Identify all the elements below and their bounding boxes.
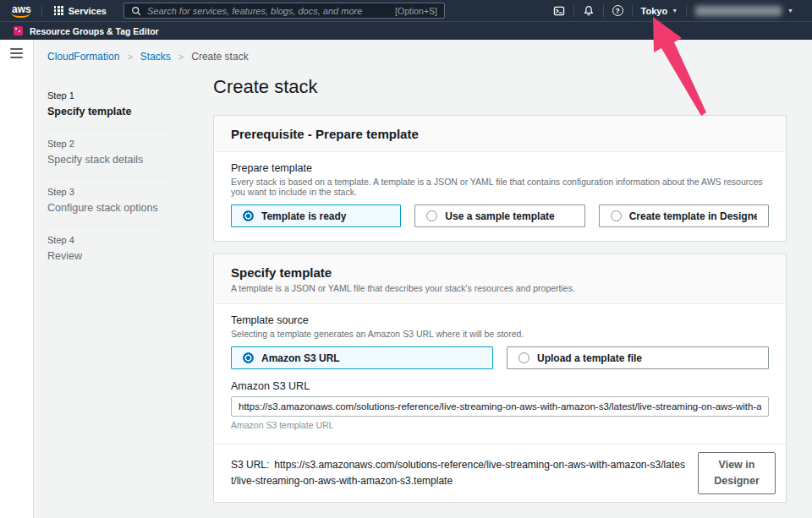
radio-unchecked-icon[interactable]	[518, 352, 529, 363]
specify-template-panel-title: Specify template	[231, 265, 769, 280]
page-title: Create stack	[213, 76, 787, 98]
template-source-label: Template source	[231, 314, 769, 326]
step-3-configure-stack-options: Step 3 Configure stack options	[47, 177, 166, 226]
specify-template-panel-body: Template source Selecting a template gen…	[214, 304, 786, 444]
services-grid-icon	[54, 6, 63, 15]
view-in-designer-button[interactable]: View in Designer	[698, 452, 776, 494]
breadcrumb-stacks[interactable]: Stacks	[140, 51, 171, 63]
radio-unchecked-icon[interactable]	[426, 210, 437, 221]
option-label: Amazon S3 URL	[261, 352, 340, 364]
aws-logo[interactable]: aws	[10, 3, 33, 19]
breadcrumb: CloudFormation > Stacks > Create stack	[47, 51, 787, 63]
s3-url-summary: S3 URL:https://s3.amazonaws.com/solution…	[231, 457, 688, 489]
s3-url-summary-label: S3 URL:	[231, 459, 269, 471]
breadcrumb-cloudformation[interactable]: CloudFormation	[47, 51, 119, 63]
prepare-template-options: Template is ready Use a sample template …	[231, 204, 769, 227]
wizard-actions: Cancel Next	[213, 515, 787, 518]
option-amazon-s3-url[interactable]: Amazon S3 URL	[231, 346, 493, 369]
option-label: Create template in Designer	[629, 210, 757, 222]
radio-unchecked-icon[interactable]	[611, 210, 622, 221]
top-navigation-bar: aws Services Search for services, featur…	[0, 0, 812, 21]
template-source-options: Amazon S3 URL Upload a template file	[231, 346, 769, 369]
amazon-s3-url-input[interactable]	[231, 396, 769, 417]
favorites-bar: Resource Groups & Tag Editor	[0, 21, 812, 40]
step-number: Step 4	[47, 235, 166, 245]
breadcrumb-separator: >	[127, 52, 132, 62]
region-selector[interactable]: Tokyo ▼	[633, 6, 687, 16]
chevron-down-icon: ▼	[787, 8, 793, 14]
step-label: Specify stack details	[47, 154, 166, 166]
nav-divider	[41, 5, 42, 17]
main-column: Create stack Prerequisite - Prepare temp…	[213, 74, 787, 518]
s3-url-summary-value: https://s3.amazonaws.com/solutions-refer…	[231, 459, 685, 487]
step-label: Review	[47, 250, 166, 262]
option-upload-template-file[interactable]: Upload a template file	[507, 346, 769, 369]
radio-checked-icon[interactable]	[243, 210, 254, 221]
step-1-specify-template: Step 1 Specify template	[47, 81, 166, 129]
cloudshell-button[interactable]	[545, 5, 573, 17]
resource-groups-icon	[14, 26, 23, 35]
bell-icon	[583, 5, 595, 17]
breadcrumb-separator: >	[178, 52, 184, 62]
specify-template-panel-description: A template is a JSON or YAML file that d…	[231, 283, 769, 293]
topnav-right-group: ? Tokyo ▼ ▼	[545, 5, 802, 17]
option-label: Upload a template file	[537, 352, 642, 364]
search-placeholder: Search for services, features, blogs, do…	[147, 6, 389, 16]
services-label: Services	[69, 6, 107, 16]
amazon-s3-url-label: Amazon S3 URL	[231, 380, 769, 392]
help-button[interactable]: ?	[604, 5, 632, 16]
option-use-sample-template[interactable]: Use a sample template	[414, 204, 584, 227]
step-2-specify-stack-details: Step 2 Specify stack details	[47, 129, 166, 177]
prerequisite-panel-header: Prerequisite - Prepare template	[214, 116, 786, 152]
step-number: Step 1	[47, 90, 166, 101]
amazon-s3-url-group: Amazon S3 URL Amazon S3 template URL	[231, 380, 769, 430]
notifications-button[interactable]	[574, 5, 603, 17]
search-shortcut-hint: [Option+S]	[395, 6, 437, 16]
page-body: CloudFormation > Stacks > Create stack S…	[0, 40, 812, 518]
specify-template-panel-footer: S3 URL:https://s3.amazonaws.com/solution…	[214, 444, 786, 502]
radio-checked-icon[interactable]	[243, 352, 254, 363]
amazon-s3-url-helper: Amazon S3 template URL	[231, 420, 769, 430]
template-source-description: Selecting a template generates an Amazon…	[231, 329, 769, 339]
step-number: Step 3	[47, 187, 166, 197]
account-menu[interactable]: ▼	[687, 6, 802, 16]
specify-template-panel-header: Specify template A template is a JSON or…	[214, 254, 786, 304]
prerequisite-panel: Prerequisite - Prepare template Prepare …	[213, 115, 787, 242]
option-label: Template is ready	[261, 210, 347, 222]
step-label: Specify template	[47, 106, 166, 117]
option-label: Use a sample template	[445, 210, 554, 222]
option-template-is-ready[interactable]: Template is ready	[231, 204, 401, 227]
wizard-steps-sidebar: Step 1 Specify template Step 2 Specify s…	[47, 74, 213, 518]
step-label: Configure stack options	[47, 202, 166, 214]
search-input[interactable]: Search for services, features, blogs, do…	[123, 3, 445, 19]
prerequisite-panel-body: Prepare template Every stack is based on…	[214, 152, 786, 241]
account-name-redacted	[695, 6, 782, 16]
resource-groups-tag-editor-link[interactable]: Resource Groups & Tag Editor	[30, 26, 159, 36]
help-icon: ?	[612, 5, 623, 16]
specify-template-panel: Specify template A template is a JSON or…	[213, 254, 787, 503]
step-4-review: Step 4 Review	[47, 226, 166, 273]
chevron-down-icon: ▼	[672, 8, 678, 14]
main-area: CloudFormation > Stacks > Create stack S…	[34, 40, 812, 518]
option-create-template-in-designer[interactable]: Create template in Designer	[599, 204, 769, 227]
services-menu-button[interactable]: Services	[51, 6, 110, 16]
breadcrumb-current: Create stack	[191, 51, 248, 63]
prerequisite-panel-title: Prerequisite - Prepare template	[231, 127, 769, 141]
region-label: Tokyo	[641, 6, 668, 16]
search-icon	[131, 6, 141, 16]
hamburger-menu-icon[interactable]	[10, 48, 23, 58]
step-number: Step 2	[47, 139, 166, 149]
prepare-template-description: Every stack is based on a template. A te…	[231, 177, 769, 197]
left-rail	[0, 40, 34, 518]
cloudshell-terminal-icon	[553, 5, 565, 17]
prepare-template-label: Prepare template	[231, 162, 769, 174]
